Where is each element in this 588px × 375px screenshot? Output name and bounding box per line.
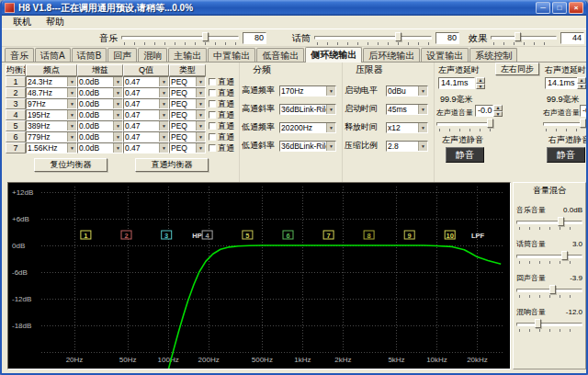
left-mute-button[interactable]: 静音 — [446, 147, 484, 163]
eq-type-combo[interactable]: PEQ▼ — [169, 109, 206, 120]
dropdown-arrow-icon[interactable]: ▼ — [159, 77, 168, 86]
right-delay-value[interactable]: 14.1ms — [545, 77, 582, 89]
eq-bypass-toggle[interactable]: 直通 — [206, 76, 237, 87]
eq-frequency-combo[interactable]: 195Hz▼ — [26, 109, 77, 120]
dropdown-arrow-icon[interactable]: ▼ — [159, 110, 168, 119]
tab-1[interactable]: 音乐 — [5, 48, 34, 62]
dropdown-arrow-icon[interactable]: ▼ — [113, 110, 122, 119]
eq-frequency-combo[interactable]: 1.56KHz▼ — [26, 142, 77, 153]
close-button[interactable]: × — [569, 2, 583, 14]
left-delay-value[interactable]: 14.1ms — [438, 77, 475, 89]
eq-gain-combo[interactable]: 0.0dB▼ — [77, 87, 123, 98]
tab-11[interactable]: 设置输出 — [421, 48, 469, 62]
mix-slider[interactable] — [516, 319, 582, 332]
dropdown-arrow-icon[interactable]: ▼ — [113, 143, 122, 153]
eq-bypass-toggle[interactable]: 直通 — [206, 142, 237, 153]
tab-3[interactable]: 话筒B — [72, 48, 107, 62]
dropdown-arrow-icon[interactable]: ▼ — [418, 123, 427, 132]
dropdown-arrow-icon[interactable]: ▼ — [418, 142, 427, 151]
slider-thumb[interactable] — [580, 119, 586, 128]
eq-type-combo[interactable]: PEQ▼ — [169, 98, 206, 109]
slider-thumb[interactable] — [558, 217, 564, 226]
dropdown-arrow-icon[interactable]: ▼ — [67, 77, 76, 86]
eq-frequency-combo[interactable]: 389Hz▼ — [26, 120, 77, 131]
limiter-threshold-combo[interactable]: 0dBu▼ — [386, 85, 428, 97]
limiter-attack-combo[interactable]: 45ms▼ — [386, 104, 428, 115]
eq-bypass-toggle[interactable]: 直通 — [206, 131, 237, 142]
dropdown-arrow-icon[interactable]: ▼ — [196, 110, 205, 119]
slider-thumb[interactable] — [535, 319, 541, 328]
eq-q-combo[interactable]: 0.47▼ — [123, 87, 169, 98]
dropdown-arrow-icon[interactable]: ▼ — [196, 132, 205, 142]
bypass-eq-button[interactable]: 直通均衡器 — [135, 158, 209, 172]
eq-bypass-toggle[interactable]: 直通 — [206, 109, 237, 120]
eq-q-combo[interactable]: 0.47▼ — [123, 131, 169, 142]
right-volume-slider[interactable] — [543, 119, 585, 131]
eq-q-combo[interactable]: 0.47▼ — [123, 109, 169, 120]
left-delay-spinner[interactable]: ▲ ▼ — [476, 77, 485, 89]
mix-slider[interactable] — [516, 217, 582, 230]
dropdown-arrow-icon[interactable]: ▼ — [196, 99, 205, 108]
dropdown-arrow-icon[interactable]: ▼ — [113, 99, 122, 108]
eq-gain-combo[interactable]: 0.0dB▼ — [77, 98, 123, 109]
dropdown-arrow-icon[interactable]: ▼ — [196, 143, 205, 153]
band-marker-7[interactable]: 7 — [327, 232, 331, 240]
dropdown-arrow-icon[interactable]: ▼ — [418, 86, 427, 96]
eq-q-combo[interactable]: 0.47▼ — [123, 98, 169, 109]
spin-down-icon[interactable]: ▼ — [476, 84, 485, 90]
checkbox-icon[interactable] — [209, 111, 216, 119]
menu-help[interactable]: 帮助 — [39, 16, 72, 28]
right-volume-value[interactable]: -0.0 — [580, 105, 588, 117]
eq-frequency-combo[interactable]: 97Hz▼ — [26, 98, 77, 109]
tab-7[interactable]: 中置输出 — [208, 48, 255, 62]
dropdown-arrow-icon[interactable]: ▼ — [326, 142, 335, 151]
checkbox-icon[interactable] — [209, 89, 216, 97]
tab-2[interactable]: 话筒A — [35, 48, 71, 62]
dropdown-arrow-icon[interactable]: ▼ — [196, 77, 205, 86]
lpf-frequency-combo[interactable]: 20200Hz▼ — [279, 122, 336, 133]
dropdown-arrow-icon[interactable]: ▼ — [159, 99, 168, 108]
reset-eq-button[interactable]: 复位均衡器 — [34, 158, 107, 172]
dropdown-arrow-icon[interactable]: ▼ — [159, 121, 168, 131]
slider-thumb[interactable] — [202, 32, 209, 41]
right-mute-button[interactable]: 静音 — [547, 147, 585, 163]
eq-q-combo[interactable]: 0.47▼ — [123, 76, 169, 87]
tab-8[interactable]: 低音输出 — [256, 48, 304, 62]
band-marker-1[interactable]: 1 — [84, 232, 87, 240]
minimize-button[interactable]: ─ — [536, 2, 550, 14]
spin-down-icon[interactable]: ▼ — [577, 84, 586, 90]
mix-slider[interactable] — [516, 251, 582, 264]
eq-type-combo[interactable]: PEQ▼ — [169, 131, 206, 142]
eq-type-combo[interactable]: PEQ▼ — [169, 142, 206, 153]
checkbox-icon[interactable] — [209, 100, 216, 108]
band-marker-5[interactable]: 5 — [245, 232, 249, 240]
limiter-release-combo[interactable]: x12▼ — [386, 122, 428, 133]
dropdown-arrow-icon[interactable]: ▼ — [326, 123, 335, 132]
band-marker-6[interactable]: 6 — [286, 232, 289, 240]
tab-5[interactable]: 混响 — [138, 48, 167, 62]
eq-bypass-toggle[interactable]: 直通 — [206, 120, 237, 131]
tab-10[interactable]: 后环绕输出 — [363, 48, 420, 62]
dropdown-arrow-icon[interactable]: ▼ — [113, 88, 122, 97]
slider-thumb[interactable] — [514, 32, 521, 41]
checkbox-icon[interactable] — [209, 122, 216, 130]
slider-thumb[interactable] — [549, 285, 556, 294]
eq-q-combo[interactable]: 0.47▼ — [123, 120, 169, 131]
dropdown-arrow-icon[interactable]: ▼ — [113, 121, 122, 131]
eq-bypass-toggle[interactable]: 直通 — [206, 87, 237, 98]
dropdown-arrow-icon[interactable]: ▼ — [67, 132, 76, 142]
dropdown-arrow-icon[interactable]: ▼ — [113, 77, 122, 86]
slider-thumb[interactable] — [561, 251, 568, 260]
checkbox-icon[interactable] — [209, 133, 216, 141]
dropdown-arrow-icon[interactable]: ▼ — [159, 132, 168, 142]
tab-4[interactable]: 回声 — [107, 48, 137, 62]
music-level-slider[interactable] — [121, 32, 239, 45]
band-marker-3[interactable]: 3 — [164, 232, 168, 240]
tab-6[interactable]: 主输出 — [168, 48, 207, 62]
eq-bypass-toggle[interactable]: 直通 — [206, 98, 237, 109]
eq-type-combo[interactable]: PEQ▼ — [169, 120, 206, 131]
band-marker-10[interactable]: 10 — [447, 232, 454, 240]
dropdown-arrow-icon[interactable]: ▼ — [67, 143, 76, 153]
limiter-ratio-combo[interactable]: 2.8▼ — [386, 141, 428, 152]
dropdown-arrow-icon[interactable]: ▼ — [159, 88, 168, 97]
